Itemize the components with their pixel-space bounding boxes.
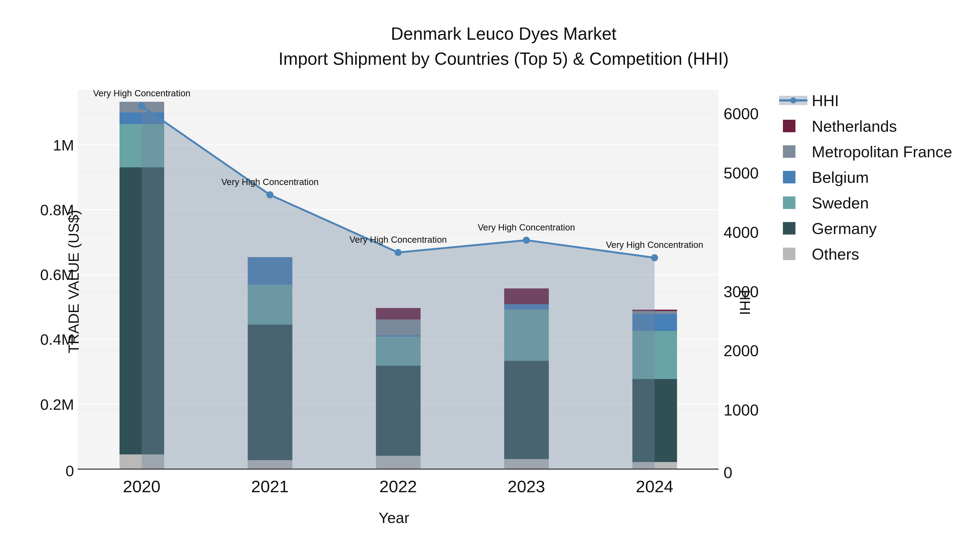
y-left-tick-1M: 1M xyxy=(0,136,74,154)
x-tick-2020: 2020 xyxy=(123,477,161,496)
hhi-line-layer xyxy=(78,90,719,469)
y-right-tick-4000: 4000 xyxy=(724,223,759,241)
legend-symbol-wrap xyxy=(779,171,810,183)
plot-area xyxy=(78,90,719,469)
legend-item-hhi: HHI xyxy=(779,87,952,113)
y-right-tick-0: 0 xyxy=(724,464,732,482)
y-left-tick-0: 0 xyxy=(0,462,74,480)
y-right-tick-6000: 6000 xyxy=(724,105,759,123)
x-axis-title: Year xyxy=(379,509,409,527)
legend-symbol-wrap xyxy=(779,197,810,209)
hhi-area-fill xyxy=(142,106,655,469)
hhi-point-2023 xyxy=(523,237,530,244)
legend-item-sweden: Sweden xyxy=(779,190,952,216)
legend-symbol-wrap xyxy=(779,120,810,132)
y-axis-left-title: TRADE VALUE (US$) xyxy=(67,210,84,353)
hhi-point-2021 xyxy=(267,191,274,198)
legend-item-germany: Germany xyxy=(779,216,952,241)
legend-swatch-sweden xyxy=(783,197,795,209)
hhi-fill-swatch xyxy=(779,96,807,105)
hhi-legend-symbol xyxy=(779,96,810,105)
legend-swatch-others xyxy=(783,248,795,260)
chart-figure: Denmark Leuco Dyes Market Import Shipmen… xyxy=(0,0,980,551)
legend-swatch-netherlands xyxy=(783,120,795,132)
legend-label-metropolitan-france: Metropolitan France xyxy=(812,143,952,161)
chart-title-line2: Import Shipment by Countries (Top 5) & C… xyxy=(278,46,729,71)
legend-label-hhi: HHI xyxy=(812,91,839,110)
annotation-2022: Very High Concentration xyxy=(350,235,447,245)
annotation-2023: Very High Concentration xyxy=(478,222,575,233)
y-left-tick-0.2M: 0.2M xyxy=(0,395,74,413)
legend-label-germany: Germany xyxy=(812,219,877,238)
chart-title-line1: Denmark Leuco Dyes Market xyxy=(278,21,729,46)
legend-label-belgium: Belgium xyxy=(812,168,869,186)
legend-label-sweden: Sweden xyxy=(812,194,869,212)
y-axis-right-title: HHI xyxy=(737,290,754,315)
legend-swatch-germany xyxy=(783,222,795,235)
legend-label-others: Others xyxy=(812,245,859,263)
annotation-2024: Very High Concentration xyxy=(606,240,703,250)
y-left-tick-0.6M: 0.6M xyxy=(0,266,74,284)
y-right-tick-2000: 2000 xyxy=(724,341,759,360)
x-tick-2023: 2023 xyxy=(508,477,545,496)
hhi-point-2022 xyxy=(395,249,402,256)
legend-swatch-metropolitan-france xyxy=(783,145,795,158)
legend-item-belgium: Belgium xyxy=(779,164,952,190)
annotation-2021: Very High Concentration xyxy=(221,177,319,187)
hhi-point-2024 xyxy=(651,254,658,261)
legend-symbol-wrap xyxy=(779,145,810,158)
hhi-marker-swatch xyxy=(790,97,796,103)
legend-item-netherlands: Netherlands xyxy=(779,113,952,139)
x-axis-line xyxy=(78,468,719,470)
y-left-tick-0.8M: 0.8M xyxy=(0,201,74,219)
legend: HHI NetherlandsMetropolitan FranceBelgiu… xyxy=(779,87,952,267)
legend-symbol-wrap xyxy=(779,222,810,235)
legend-item-others: Others xyxy=(779,241,952,267)
y-right-tick-1000: 1000 xyxy=(724,401,759,419)
legend-symbol-wrap xyxy=(779,248,810,260)
chart-title: Denmark Leuco Dyes Market Import Shipmen… xyxy=(278,21,729,71)
x-tick-2022: 2022 xyxy=(379,477,417,496)
x-tick-2024: 2024 xyxy=(636,477,673,496)
hhi-point-2020 xyxy=(138,103,145,110)
legend-swatch-belgium xyxy=(783,171,795,183)
y-right-tick-5000: 5000 xyxy=(724,164,759,182)
x-tick-2021: 2021 xyxy=(251,477,289,496)
legend-item-metropolitan-france: Metropolitan France xyxy=(779,139,952,164)
annotation-2020: Very High Concentration xyxy=(93,88,191,98)
legend-label-netherlands: Netherlands xyxy=(812,117,897,135)
y-left-tick-0.4M: 0.4M xyxy=(0,330,74,348)
